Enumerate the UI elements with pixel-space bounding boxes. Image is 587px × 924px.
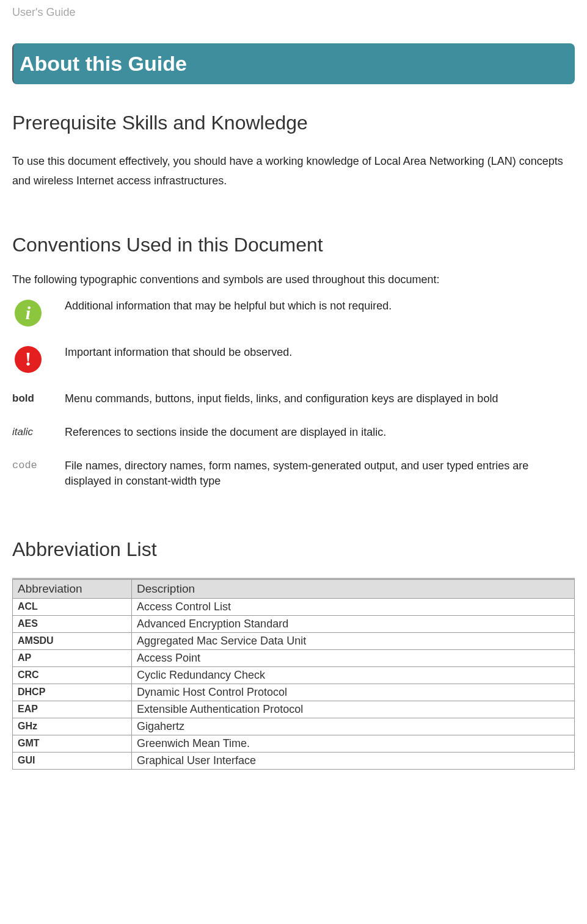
convention-row-warn: Important information that should be obs… bbox=[12, 345, 575, 373]
convention-key-italic: italic bbox=[12, 425, 65, 438]
table-row: APAccess Point bbox=[13, 649, 575, 666]
info-icon bbox=[15, 300, 42, 327]
desc-cell: Access Point bbox=[132, 649, 575, 666]
convention-row-info: Additional information that may be helpf… bbox=[12, 298, 575, 327]
abbrev-cell: AMSDU bbox=[13, 632, 132, 649]
section-heading-abbreviation: Abbreviation List bbox=[12, 538, 575, 561]
abbrev-cell: EAP bbox=[13, 701, 132, 718]
table-row: GUIGraphical User Interface bbox=[13, 752, 575, 769]
desc-cell: Dynamic Host Control Protocol bbox=[132, 684, 575, 701]
convention-desc-bold: Menu commands, buttons, input fields, li… bbox=[65, 391, 575, 406]
conventions-intro: The following typographic conventions an… bbox=[12, 273, 575, 286]
abbrev-cell: GUI bbox=[13, 752, 132, 769]
desc-cell: Extensible Authentication Protocol bbox=[132, 701, 575, 718]
abbrev-cell: DHCP bbox=[13, 684, 132, 701]
table-row: CRCCyclic Redundancy Check bbox=[13, 666, 575, 684]
abbrev-cell: AP bbox=[13, 649, 132, 666]
table-header-row: Abbreviation Description bbox=[13, 579, 575, 598]
convention-row-italic: italic References to sections inside the… bbox=[12, 425, 575, 440]
table-row: ACLAccess Control List bbox=[13, 598, 575, 615]
table-row: DHCPDynamic Host Control Protocol bbox=[13, 684, 575, 701]
warning-icon bbox=[15, 346, 42, 373]
table-row: EAP Extensible Authentication Protocol bbox=[13, 701, 575, 718]
section-heading-prerequisite: Prerequisite Skills and Knowledge bbox=[12, 112, 575, 134]
desc-cell: Access Control List bbox=[132, 598, 575, 615]
page-title-banner: About this Guide bbox=[12, 43, 575, 84]
desc-cell: Advanced Encryption Standard bbox=[132, 615, 575, 632]
running-header: User's Guide bbox=[12, 6, 575, 19]
abbrev-cell: AES bbox=[13, 615, 132, 632]
convention-desc-info: Additional information that may be helpf… bbox=[65, 298, 575, 314]
convention-key-bold: bold bbox=[12, 391, 65, 405]
prerequisite-body: To use this document effectively, you sh… bbox=[12, 151, 575, 191]
table-row: AESAdvanced Encryption Standard bbox=[13, 615, 575, 632]
table-header-description: Description bbox=[132, 579, 575, 598]
abbreviation-table: Abbreviation Description ACLAccess Contr… bbox=[12, 578, 575, 770]
abbrev-cell: GMT bbox=[13, 735, 132, 752]
convention-desc-italic: References to sections inside the docume… bbox=[65, 425, 575, 440]
convention-desc-code: File names, directory names, form names,… bbox=[65, 458, 575, 489]
table-header-abbreviation: Abbreviation bbox=[13, 579, 132, 598]
convention-key-warn bbox=[12, 345, 65, 373]
desc-cell: Aggregated Mac Service Data Unit bbox=[132, 632, 575, 649]
table-row: AMSDUAggregated Mac Service Data Unit bbox=[13, 632, 575, 649]
convention-key-code: code bbox=[12, 458, 65, 471]
desc-cell: Greenwich Mean Time. bbox=[132, 735, 575, 752]
table-row: GMTGreenwich Mean Time. bbox=[13, 735, 575, 752]
convention-row-code: code File names, directory names, form n… bbox=[12, 458, 575, 489]
desc-cell: Gigahertz bbox=[132, 718, 575, 735]
convention-row-bold: bold Menu commands, buttons, input field… bbox=[12, 391, 575, 406]
table-row: GHzGigahertz bbox=[13, 718, 575, 735]
abbrev-cell: GHz bbox=[13, 718, 132, 735]
abbrev-cell: CRC bbox=[13, 666, 132, 684]
convention-key-info bbox=[12, 298, 65, 327]
desc-cell: Cyclic Redundancy Check bbox=[132, 666, 575, 684]
convention-desc-warn: Important information that should be obs… bbox=[65, 345, 575, 360]
section-heading-conventions: Conventions Used in this Document bbox=[12, 234, 575, 256]
desc-cell: Graphical User Interface bbox=[132, 752, 575, 769]
abbrev-cell: ACL bbox=[13, 598, 132, 615]
